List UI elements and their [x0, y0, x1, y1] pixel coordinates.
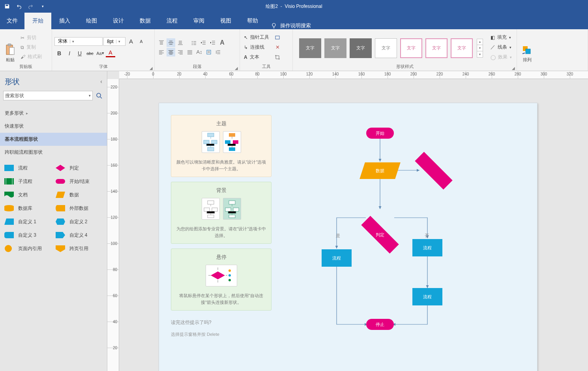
flowchart: 开始 数据 判定 是 否 流程 流程 流程 停止 — [305, 123, 526, 371]
para-launcher-icon[interactable]: ◢ — [235, 66, 238, 70]
justify-icon[interactable] — [185, 48, 194, 56]
spacing-icon[interactable] — [214, 48, 223, 56]
indent-dec-icon[interactable] — [199, 38, 208, 47]
italic-button[interactable]: I — [65, 49, 74, 58]
font-launcher-icon[interactable]: ◢ — [150, 66, 153, 70]
tell-me-search[interactable]: 操作说明搜索 — [271, 22, 311, 29]
tab-data[interactable]: 数据 — [132, 13, 159, 29]
shape-custom3[interactable]: 自定义 3 — [4, 232, 52, 239]
tab-design[interactable]: 设计 — [105, 13, 132, 29]
tab-review[interactable]: 审阅 — [185, 13, 212, 29]
align-left-icon[interactable] — [157, 48, 166, 56]
tab-help[interactable]: 帮助 — [239, 13, 266, 29]
close-tool-icon[interactable]: ✕ — [273, 43, 282, 52]
style-item[interactable]: 文字 — [299, 38, 321, 58]
tip-theme[interactable]: 主题 颜色可以增加清晰度和典雅度。请从"设计"选项卡中选择一个主题。 — [171, 115, 272, 177]
font-name-combo[interactable]: 宋体▾ — [54, 37, 103, 46]
style-item[interactable]: 文字 — [400, 38, 422, 58]
shape-custom2[interactable]: 自定义 2 — [55, 218, 103, 225]
shape-process[interactable]: 流程 — [4, 164, 52, 171]
quick-shapes-row[interactable]: 快速形状 — [0, 120, 107, 133]
indent-inc-icon[interactable] — [208, 38, 217, 47]
shape-search-input[interactable]: 搜索形状▾ — [3, 91, 93, 100]
style-item[interactable]: 文字 — [425, 38, 448, 58]
node-start[interactable]: 开始 — [366, 128, 394, 139]
node-process-2[interactable]: 流程 — [412, 239, 442, 256]
node-stop[interactable]: 停止 — [366, 319, 394, 330]
style-item[interactable]: 文字 — [324, 38, 346, 58]
rectangle-tool-icon[interactable] — [273, 33, 282, 42]
strike-button[interactable]: abc — [85, 49, 95, 58]
para-big-a-icon[interactable]: A — [218, 38, 227, 47]
shape-custom1[interactable]: 自定义 1 — [4, 218, 52, 225]
bold-button[interactable]: B — [54, 49, 64, 58]
tip-background[interactable]: 背景 为您的绘图添加专业背景。请在"设计"选项卡中选择。 — [171, 182, 272, 244]
redo-icon[interactable] — [26, 2, 36, 11]
svg-rect-17 — [56, 179, 65, 184]
arrange-button[interactable]: 排列 — [519, 31, 535, 64]
tab-draw[interactable]: 绘图 — [78, 13, 105, 29]
file-tab[interactable]: 文件 — [0, 13, 24, 29]
shrink-font-icon[interactable]: A — [137, 37, 146, 46]
tab-home[interactable]: 开始 — [24, 13, 51, 29]
shape-decision[interactable]: 判定 — [55, 164, 103, 171]
tab-process[interactable]: 流程 — [159, 13, 185, 29]
paste-button[interactable]: 粘贴 — [2, 31, 18, 64]
undo-icon[interactable] — [14, 2, 24, 11]
tab-view[interactable]: 视图 — [212, 13, 239, 29]
font-color-button[interactable]: A — [106, 49, 115, 57]
search-icon[interactable] — [94, 91, 104, 100]
font-size-combo[interactable]: 8pt▾ — [103, 37, 125, 46]
text-dir-icon[interactable]: A↕ — [195, 48, 204, 56]
shape-data[interactable]: 数据 — [55, 191, 103, 198]
tip-hover[interactable]: 悬停 将鼠标悬停在某个形状上，然后使用"自动连接"箭头连接新形状。 — [171, 249, 272, 311]
node-process-3[interactable]: 流程 — [412, 288, 442, 305]
rotate-text-icon[interactable] — [204, 48, 213, 56]
tab-insert[interactable]: 插入 — [51, 13, 78, 29]
more-shapes-row[interactable]: 更多形状▸ — [0, 107, 107, 120]
canvas[interactable]: -200204060801001201401601802002202402602… — [107, 71, 588, 371]
crop-tool-icon[interactable] — [273, 53, 282, 62]
node-data[interactable]: 数据 — [360, 162, 401, 179]
shape-document[interactable]: 文档 — [4, 191, 52, 198]
shape-terminator[interactable]: 开始/结束 — [55, 178, 103, 185]
chevron-down-icon[interactable]: ▾ — [89, 94, 91, 98]
qat-dropdown-icon[interactable]: ▾ — [38, 2, 47, 11]
case-button[interactable]: Aa▾ — [96, 49, 105, 58]
align-top-icon[interactable] — [157, 38, 166, 47]
basic-flowchart-row[interactable]: 基本流程图形状 — [0, 133, 107, 146]
node-process-1[interactable]: 流程 — [322, 249, 352, 267]
svg-rect-32 — [229, 147, 235, 151]
shape-subprocess[interactable]: 子流程 — [4, 178, 52, 185]
shape-onpage-ref[interactable]: 页面内引用 — [4, 245, 52, 252]
align-center-icon[interactable] — [167, 48, 175, 56]
style-item[interactable]: 文字 — [451, 38, 473, 58]
gallery-spinner[interactable]: ▴▾▾ — [477, 39, 483, 58]
save-icon[interactable] — [2, 2, 12, 11]
drawing-page[interactable]: 主题 颜色可以增加清晰度和典雅度。请从"设计"选项卡中选择一个主题。 背景 为您… — [159, 103, 537, 371]
shape-custom4[interactable]: 自定义 4 — [55, 232, 103, 239]
grow-font-icon[interactable]: A — [126, 37, 136, 46]
collapse-pane-icon[interactable]: ‹ — [100, 78, 102, 85]
line-button[interactable]: ／线条▾ — [491, 43, 512, 52]
connector-tool[interactable]: ↳连接线 — [244, 43, 269, 52]
node-decision-2[interactable] — [419, 162, 448, 179]
svg-marker-41 — [211, 271, 225, 279]
fill-button[interactable]: ◧填充▾ — [491, 33, 512, 42]
shape-style-gallery[interactable]: 文字 文字 文字 文字 文字 文字 文字 ▴▾▾ — [295, 31, 484, 64]
node-decision[interactable]: 判定 — [366, 226, 394, 243]
align-right-icon[interactable] — [176, 48, 185, 56]
cross-functional-row[interactable]: 跨职能流程图形状 — [0, 146, 107, 159]
style-item[interactable]: 文字 — [350, 38, 372, 58]
shape-database[interactable]: 数据库 — [4, 205, 52, 212]
underline-button[interactable]: U — [75, 49, 84, 58]
styles-launcher-icon[interactable]: ◢ — [512, 66, 515, 70]
shape-offpage-ref[interactable]: 跨页引用 — [55, 245, 103, 252]
bullets-icon[interactable] — [189, 38, 198, 47]
style-item[interactable]: 文字 — [375, 38, 397, 58]
pointer-tool[interactable]: ↖指针工具 — [244, 33, 269, 42]
shape-external-data[interactable]: 外部数据 — [55, 205, 103, 212]
text-tool[interactable]: A文本 — [244, 53, 269, 62]
align-mid-icon[interactable] — [167, 38, 175, 47]
align-bot-icon[interactable] — [176, 38, 185, 47]
